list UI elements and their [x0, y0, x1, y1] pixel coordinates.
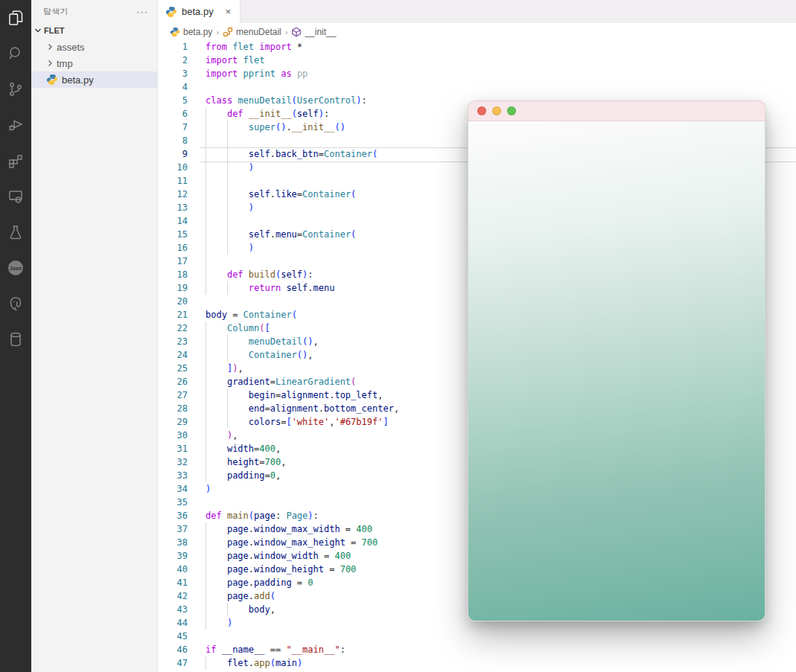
flet-app-window[interactable] — [468, 100, 765, 621]
line-number[interactable]: 3 — [158, 67, 206, 80]
line-number[interactable]: 1 — [158, 40, 206, 54]
code-text: ) — [206, 616, 232, 630]
code-line[interactable]: 1from flet import * — [158, 40, 796, 54]
code-text: ]), — [206, 362, 243, 375]
line-number[interactable]: 41 — [158, 576, 206, 589]
explorer-header: 탐색기 ··· — [31, 0, 157, 22]
sidebar-item-tmp[interactable]: tmp — [31, 55, 157, 71]
line-number[interactable]: 5 — [158, 94, 206, 107]
code-text: body, — [206, 603, 276, 616]
remote-explorer-icon[interactable] — [0, 179, 31, 214]
line-number[interactable]: 28 — [158, 402, 206, 415]
line-number[interactable]: 18 — [158, 268, 206, 281]
activity-bar: Json — [0, 0, 31, 672]
indent-guide — [227, 214, 228, 228]
code-text: return self.menu — [206, 281, 334, 295]
code-text: super().__init__() — [206, 121, 346, 134]
line-number[interactable]: 20 — [158, 295, 206, 308]
line-number[interactable]: 34 — [158, 482, 206, 496]
breadcrumb-item-beta-py[interactable]: beta.py — [170, 27, 212, 37]
code-line[interactable]: 3import pprint as pp — [158, 67, 796, 80]
breadcrumb-label: __init__ — [305, 27, 336, 37]
code-text: Column([ — [206, 321, 270, 335]
line-number[interactable]: 26 — [158, 375, 206, 388]
line-number[interactable]: 10 — [158, 161, 206, 174]
close-button[interactable] — [477, 106, 486, 115]
line-number[interactable]: 32 — [158, 455, 206, 469]
code-text: if __name__ == "__main__": — [206, 643, 346, 656]
zoom-button[interactable] — [507, 106, 516, 115]
line-number[interactable]: 21 — [158, 308, 206, 321]
line-number[interactable]: 12 — [158, 188, 206, 201]
python-icon — [46, 74, 58, 86]
line-number[interactable]: 29 — [158, 415, 206, 429]
code-line[interactable]: 46if __name__ == "__main__": — [158, 643, 796, 656]
line-number[interactable]: 14 — [158, 214, 206, 228]
line-number[interactable]: 19 — [158, 281, 206, 295]
sidebar-item-assets[interactable]: assets — [31, 39, 157, 55]
tab-beta-py[interactable]: beta.py × — [158, 0, 241, 23]
line-number[interactable]: 22 — [158, 321, 206, 335]
line-number[interactable]: 24 — [158, 348, 206, 362]
indent-guide — [206, 174, 206, 188]
line-number[interactable]: 4 — [158, 80, 206, 94]
source-control-icon[interactable] — [0, 71, 31, 107]
minimize-button[interactable] — [492, 106, 501, 115]
code-line[interactable]: 2import flet — [158, 54, 796, 67]
test-flask-icon[interactable] — [0, 214, 31, 250]
ellipsis-icon[interactable]: ··· — [136, 6, 148, 17]
database-icon[interactable] — [0, 321, 31, 357]
line-number[interactable]: 17 — [158, 255, 206, 268]
line-number[interactable]: 35 — [158, 496, 206, 509]
tree-root-flet[interactable]: FLET — [31, 22, 157, 39]
line-number[interactable]: 2 — [158, 54, 206, 67]
line-number[interactable]: 31 — [158, 442, 206, 455]
files-icon[interactable] — [0, 0, 31, 36]
line-number[interactable]: 47 — [158, 656, 206, 670]
extensions-icon[interactable] — [0, 143, 31, 179]
code-text: flet.app(main) — [206, 656, 302, 670]
postgresql-icon[interactable] — [0, 286, 31, 321]
line-number[interactable]: 6 — [158, 107, 206, 121]
line-number[interactable]: 16 — [158, 241, 206, 255]
line-number[interactable]: 8 — [158, 134, 206, 147]
line-number[interactable]: 40 — [158, 563, 206, 576]
line-number[interactable]: 42 — [158, 589, 206, 603]
line-number[interactable]: 25 — [158, 362, 206, 375]
code-line[interactable]: 4 — [158, 80, 796, 94]
line-number[interactable]: 46 — [158, 643, 206, 656]
indent-guide — [206, 255, 206, 268]
line-number[interactable]: 45 — [158, 630, 206, 643]
code-line[interactable]: 47 flet.app(main) — [158, 656, 796, 670]
line-number[interactable]: 9 — [158, 147, 206, 161]
code-text: width=400, — [206, 442, 281, 455]
line-number[interactable]: 11 — [158, 174, 206, 188]
sidebar-item-beta-py[interactable]: beta.py — [31, 71, 157, 88]
line-number[interactable]: 44 — [158, 616, 206, 630]
line-number[interactable]: 37 — [158, 522, 206, 536]
app-window-titlebar[interactable] — [468, 100, 765, 121]
line-number[interactable]: 27 — [158, 388, 206, 402]
line-number[interactable]: 33 — [158, 469, 206, 482]
search-icon[interactable] — [0, 36, 31, 71]
chevron-right-icon — [46, 60, 54, 67]
run-debug-icon[interactable] — [0, 107, 31, 143]
line-number[interactable]: 15 — [158, 228, 206, 241]
line-number[interactable]: 38 — [158, 536, 206, 549]
breadcrumb-item-__init__[interactable]: __init__ — [291, 27, 336, 37]
code-text: def main(page: Page): — [206, 509, 319, 522]
line-number[interactable]: 36 — [158, 509, 206, 522]
breadcrumb-item-menuDetail[interactable]: menuDetail — [223, 27, 281, 37]
explorer-title: 탐색기 — [43, 6, 69, 17]
code-line[interactable]: 45 — [158, 630, 796, 643]
line-number[interactable]: 39 — [158, 549, 206, 563]
indent-guide — [206, 134, 206, 147]
line-number[interactable]: 13 — [158, 201, 206, 214]
file-label: beta.py — [62, 74, 94, 86]
line-number[interactable]: 23 — [158, 335, 206, 348]
close-icon[interactable]: × — [224, 6, 233, 17]
line-number[interactable]: 30 — [158, 429, 206, 442]
line-number[interactable]: 43 — [158, 603, 206, 616]
json-icon[interactable]: Json — [0, 250, 31, 286]
line-number[interactable]: 7 — [158, 121, 206, 134]
